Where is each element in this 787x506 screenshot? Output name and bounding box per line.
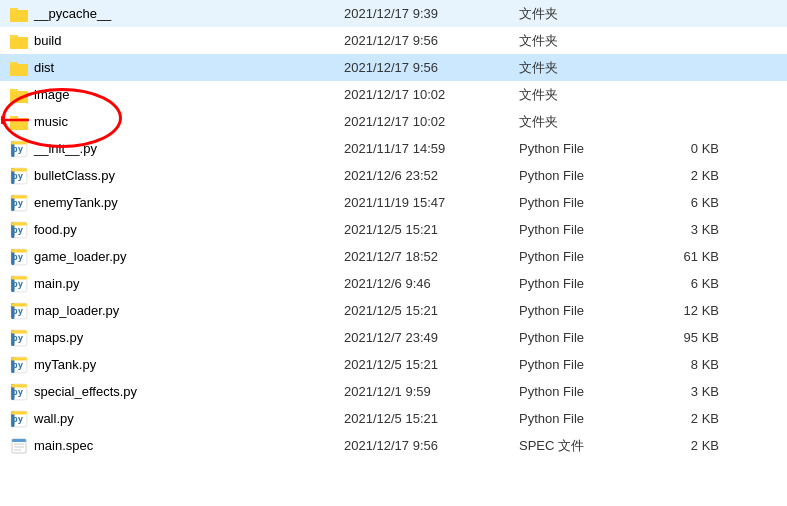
file-name: py special_effects.py [4,383,344,401]
list-item[interactable]: build 2021/12/17 9:56 文件夹 [0,27,787,54]
file-type: 文件夹 [519,86,649,104]
list-item[interactable]: py wall.py 2021/12/5 15:21 Python File 2… [0,405,787,432]
file-date: 2021/12/17 9:39 [344,6,519,21]
file-type: Python File [519,276,649,291]
file-type: Python File [519,168,649,183]
file-date: 2021/12/17 9:56 [344,438,519,453]
file-date: 2021/12/6 23:52 [344,168,519,183]
list-item[interactable]: py __init__.py 2021/11/17 14:59 Python F… [0,135,787,162]
file-name: py enemyTank.py [4,194,344,212]
spec-icon [10,437,28,455]
file-type: 文件夹 [519,113,649,131]
file-date: 2021/12/17 9:56 [344,33,519,48]
svg-rect-25 [11,141,27,144]
file-name: py maps.py [4,329,344,347]
file-name-label: game_loader.py [34,249,127,264]
svg-rect-12 [10,64,28,76]
file-name: py food.py [4,221,344,239]
file-type: SPEC 文件 [519,437,649,455]
file-size: 2 KB [649,411,729,426]
file-size: 6 KB [649,276,729,291]
file-date: 2021/12/1 9:59 [344,384,519,399]
file-name-label: special_effects.py [34,384,137,399]
file-date: 2021/12/5 15:21 [344,222,519,237]
list-item[interactable]: py myTank.py 2021/12/5 15:21 Python File… [0,351,787,378]
file-size: 0 KB [649,141,729,156]
folder-icon [10,59,28,77]
list-item[interactable]: py food.py 2021/12/5 15:21 Python File 3… [0,216,787,243]
file-type: Python File [519,411,649,426]
file-date: 2021/12/17 9:56 [344,60,519,75]
python-icon: py [10,167,28,185]
file-type: Python File [519,195,649,210]
python-icon: py [10,140,28,158]
svg-rect-45 [11,276,27,279]
svg-rect-8 [10,37,28,49]
file-date: 2021/12/17 10:02 [344,114,519,129]
folder-icon [10,86,28,104]
list-item[interactable]: image 2021/12/17 10:02 文件夹 [0,81,787,108]
file-name: image [4,86,344,104]
list-item[interactable]: py bulletClass.py 2021/12/6 23:52 Python… [0,162,787,189]
list-item[interactable]: music 2021/12/17 10:02 文件夹 [0,108,787,135]
list-item[interactable]: main.spec 2021/12/17 9:56 SPEC 文件 2 KB [0,432,787,459]
folder-icon [10,113,28,131]
file-name-label: enemyTank.py [34,195,118,210]
python-icon: py [10,410,28,428]
file-name-label: myTank.py [34,357,96,372]
svg-rect-33 [11,195,27,198]
list-item[interactable]: py maps.py 2021/12/7 23:49 Python File 9… [0,324,787,351]
list-item[interactable]: py enemyTank.py 2021/11/19 15:47 Python … [0,189,787,216]
file-size: 2 KB [649,168,729,183]
file-name: dist [4,59,344,77]
folder-icon [10,32,28,50]
svg-rect-21 [10,116,18,119]
file-type: 文件夹 [519,32,649,50]
file-name: music [4,113,344,131]
file-name-label: wall.py [34,411,74,426]
file-size: 8 KB [649,357,729,372]
list-item[interactable]: dist 2021/12/17 9:56 文件夹 [0,54,787,81]
file-name: py myTank.py [4,356,344,374]
python-icon: py [10,302,28,320]
file-size: 61 KB [649,249,729,264]
list-item[interactable]: py main.py 2021/12/6 9:46 Python File 6 … [0,270,787,297]
file-size: 3 KB [649,384,729,399]
file-name: py bulletClass.py [4,167,344,185]
list-item[interactable]: py game_loader.py 2021/12/7 18:52 Python… [0,243,787,270]
svg-rect-49 [11,303,27,306]
python-icon: py [10,275,28,293]
svg-rect-65 [11,411,27,414]
svg-rect-4 [10,10,28,22]
file-type: Python File [519,249,649,264]
file-name-label: build [34,33,61,48]
file-explorer-container: __pycache__ 2021/12/17 9:39 文件夹 build 20… [0,0,787,459]
svg-rect-57 [11,357,27,360]
svg-rect-29 [11,168,27,171]
file-date: 2021/12/5 15:21 [344,411,519,426]
file-date: 2021/12/5 15:21 [344,357,519,372]
file-name: main.spec [4,437,344,455]
file-date: 2021/11/19 15:47 [344,195,519,210]
file-name: py game_loader.py [4,248,344,266]
list-item[interactable]: __pycache__ 2021/12/17 9:39 文件夹 [0,0,787,27]
file-type: 文件夹 [519,5,649,23]
python-icon: py [10,248,28,266]
list-item[interactable]: py map_loader.py 2021/12/5 15:21 Python … [0,297,787,324]
file-name: __pycache__ [4,5,344,23]
file-name: py main.py [4,275,344,293]
file-name-label: bulletClass.py [34,168,115,183]
file-name: py map_loader.py [4,302,344,320]
file-name-label: main.py [34,276,80,291]
svg-rect-37 [11,222,27,225]
file-name-label: dist [34,60,54,75]
file-date: 2021/12/6 9:46 [344,276,519,291]
list-item[interactable]: py special_effects.py 2021/12/1 9:59 Pyt… [0,378,787,405]
file-name-label: image [34,87,69,102]
file-date: 2021/12/5 15:21 [344,303,519,318]
file-date: 2021/12/7 23:49 [344,330,519,345]
file-name-label: main.spec [34,438,93,453]
file-list: __pycache__ 2021/12/17 9:39 文件夹 build 20… [0,0,787,459]
svg-rect-53 [11,330,27,333]
file-type: Python File [519,357,649,372]
